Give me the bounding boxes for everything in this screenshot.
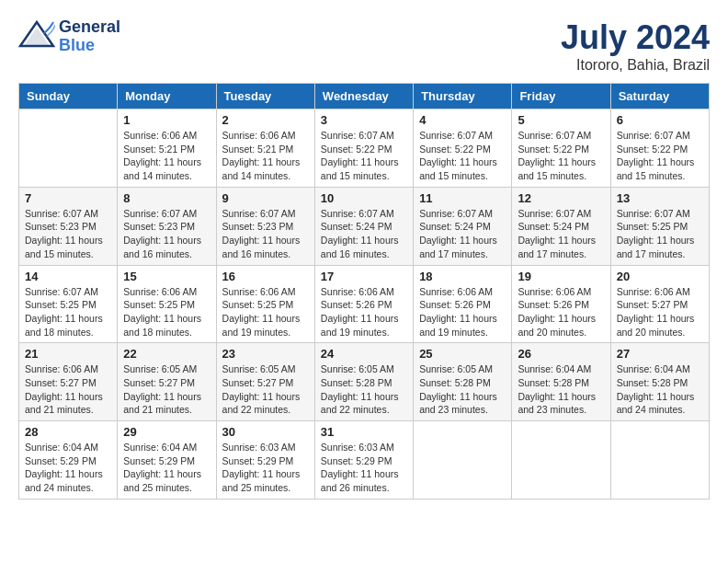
logo-icon bbox=[18, 20, 55, 52]
daylight-text: Daylight: 11 hours and 25 minutes. bbox=[222, 468, 301, 493]
sunrise-text: Sunrise: 6:07 AM bbox=[25, 208, 98, 219]
calendar-cell: 10Sunrise: 6:07 AMSunset: 5:24 PMDayligh… bbox=[314, 187, 413, 265]
calendar-week-5: 28Sunrise: 6:04 AMSunset: 5:29 PMDayligh… bbox=[19, 421, 710, 500]
calendar-cell: 7Sunrise: 6:07 AMSunset: 5:23 PMDaylight… bbox=[19, 187, 118, 265]
sunset-text: Sunset: 5:23 PM bbox=[222, 221, 294, 232]
day-number: 12 bbox=[518, 191, 604, 205]
daylight-text: Daylight: 11 hours and 19 minutes. bbox=[321, 313, 399, 338]
calendar-cell: 26Sunrise: 6:04 AMSunset: 5:28 PMDayligh… bbox=[512, 343, 610, 421]
sunrise-text: Sunrise: 6:07 AM bbox=[617, 130, 690, 141]
daylight-text: Daylight: 11 hours and 16 minutes. bbox=[222, 235, 301, 259]
day-number: 5 bbox=[518, 113, 604, 127]
calendar-cell: 21Sunrise: 6:06 AMSunset: 5:27 PMDayligh… bbox=[19, 343, 118, 421]
sunrise-text: Sunrise: 6:07 AM bbox=[321, 130, 394, 141]
sunset-text: Sunset: 5:26 PM bbox=[419, 299, 491, 310]
sunrise-text: Sunrise: 6:07 AM bbox=[518, 208, 591, 219]
day-info: Sunrise: 6:07 AMSunset: 5:23 PMDaylight:… bbox=[222, 207, 309, 261]
calendar-week-1: 1Sunrise: 6:06 AMSunset: 5:21 PMDaylight… bbox=[19, 109, 710, 188]
day-number: 14 bbox=[25, 270, 111, 283]
calendar-week-3: 14Sunrise: 6:07 AMSunset: 5:25 PMDayligh… bbox=[19, 265, 710, 343]
logo: General Blue bbox=[18, 18, 120, 55]
calendar-cell: 12Sunrise: 6:07 AMSunset: 5:24 PMDayligh… bbox=[512, 187, 610, 265]
day-info: Sunrise: 6:03 AMSunset: 5:29 PMDaylight:… bbox=[321, 441, 407, 495]
day-info: Sunrise: 6:06 AMSunset: 5:25 PMDaylight:… bbox=[222, 285, 309, 339]
calendar-cell: 31Sunrise: 6:03 AMSunset: 5:29 PMDayligh… bbox=[314, 421, 413, 500]
day-number: 13 bbox=[617, 191, 703, 205]
sunrise-text: Sunrise: 6:07 AM bbox=[419, 130, 493, 141]
sunrise-text: Sunrise: 6:03 AM bbox=[321, 442, 394, 453]
day-info: Sunrise: 6:05 AMSunset: 5:28 PMDaylight:… bbox=[321, 362, 407, 417]
daylight-text: Daylight: 11 hours and 21 minutes. bbox=[123, 391, 201, 416]
sunrise-text: Sunrise: 6:07 AM bbox=[321, 208, 394, 219]
day-info: Sunrise: 6:07 AMSunset: 5:22 PMDaylight:… bbox=[321, 129, 407, 183]
daylight-text: Daylight: 11 hours and 15 minutes. bbox=[617, 156, 695, 181]
calendar-cell: 13Sunrise: 6:07 AMSunset: 5:25 PMDayligh… bbox=[610, 187, 709, 265]
daylight-text: Daylight: 11 hours and 23 minutes. bbox=[518, 391, 596, 416]
sunset-text: Sunset: 5:23 PM bbox=[25, 221, 97, 232]
daylight-text: Daylight: 11 hours and 15 minutes. bbox=[25, 235, 103, 259]
day-number: 8 bbox=[123, 191, 210, 205]
calendar-cell: 11Sunrise: 6:07 AMSunset: 5:24 PMDayligh… bbox=[414, 187, 512, 265]
day-info: Sunrise: 6:07 AMSunset: 5:24 PMDaylight:… bbox=[321, 207, 407, 261]
daylight-text: Daylight: 11 hours and 24 minutes. bbox=[617, 391, 695, 416]
col-saturday: Saturday bbox=[610, 84, 709, 109]
sunset-text: Sunset: 5:27 PM bbox=[617, 299, 688, 310]
day-info: Sunrise: 6:04 AMSunset: 5:29 PMDaylight:… bbox=[25, 441, 111, 495]
calendar-cell bbox=[512, 421, 610, 500]
daylight-text: Daylight: 11 hours and 15 minutes. bbox=[321, 156, 399, 181]
daylight-text: Daylight: 11 hours and 16 minutes. bbox=[321, 235, 399, 259]
sunrise-text: Sunrise: 6:07 AM bbox=[419, 208, 493, 219]
logo-blue: Blue bbox=[59, 37, 120, 55]
calendar-cell bbox=[19, 109, 118, 188]
day-info: Sunrise: 6:07 AMSunset: 5:24 PMDaylight:… bbox=[518, 207, 604, 261]
calendar-cell: 23Sunrise: 6:05 AMSunset: 5:27 PMDayligh… bbox=[216, 343, 314, 421]
day-info: Sunrise: 6:07 AMSunset: 5:22 PMDaylight:… bbox=[419, 129, 506, 183]
day-info: Sunrise: 6:06 AMSunset: 5:21 PMDaylight:… bbox=[123, 129, 210, 183]
calendar-cell: 20Sunrise: 6:06 AMSunset: 5:27 PMDayligh… bbox=[610, 265, 709, 343]
day-number: 31 bbox=[321, 425, 407, 439]
daylight-text: Daylight: 11 hours and 22 minutes. bbox=[222, 391, 301, 416]
daylight-text: Daylight: 11 hours and 15 minutes. bbox=[419, 156, 497, 181]
sunset-text: Sunset: 5:24 PM bbox=[518, 221, 589, 232]
calendar-cell: 19Sunrise: 6:06 AMSunset: 5:26 PMDayligh… bbox=[512, 265, 610, 343]
sunrise-text: Sunrise: 6:05 AM bbox=[222, 363, 296, 374]
calendar-body: 1Sunrise: 6:06 AMSunset: 5:21 PMDaylight… bbox=[19, 109, 710, 500]
daylight-text: Daylight: 11 hours and 17 minutes. bbox=[617, 235, 695, 259]
day-info: Sunrise: 6:07 AMSunset: 5:23 PMDaylight:… bbox=[25, 207, 111, 261]
day-number: 11 bbox=[419, 191, 506, 205]
day-number: 4 bbox=[419, 113, 506, 127]
day-info: Sunrise: 6:06 AMSunset: 5:21 PMDaylight:… bbox=[222, 129, 309, 183]
daylight-text: Daylight: 11 hours and 16 minutes. bbox=[123, 235, 201, 259]
daylight-text: Daylight: 11 hours and 22 minutes. bbox=[321, 391, 399, 416]
day-info: Sunrise: 6:06 AMSunset: 5:27 PMDaylight:… bbox=[617, 285, 703, 339]
day-number: 1 bbox=[123, 113, 210, 127]
sunrise-text: Sunrise: 6:07 AM bbox=[123, 208, 197, 219]
sunset-text: Sunset: 5:21 PM bbox=[123, 144, 195, 155]
col-wednesday: Wednesday bbox=[314, 84, 413, 109]
calendar-week-4: 21Sunrise: 6:06 AMSunset: 5:27 PMDayligh… bbox=[19, 343, 710, 421]
daylight-text: Daylight: 11 hours and 18 minutes. bbox=[123, 313, 201, 338]
sunset-text: Sunset: 5:23 PM bbox=[123, 221, 195, 232]
calendar-cell: 3Sunrise: 6:07 AMSunset: 5:22 PMDaylight… bbox=[314, 109, 413, 188]
calendar-table: Sunday Monday Tuesday Wednesday Thursday… bbox=[18, 83, 710, 500]
daylight-text: Daylight: 11 hours and 17 minutes. bbox=[419, 235, 497, 259]
calendar-cell: 18Sunrise: 6:06 AMSunset: 5:26 PMDayligh… bbox=[414, 265, 512, 343]
calendar-cell: 16Sunrise: 6:06 AMSunset: 5:25 PMDayligh… bbox=[216, 265, 314, 343]
sunset-text: Sunset: 5:21 PM bbox=[222, 144, 294, 155]
col-friday: Friday bbox=[512, 84, 610, 109]
sunrise-text: Sunrise: 6:06 AM bbox=[123, 130, 197, 141]
daylight-text: Daylight: 11 hours and 14 minutes. bbox=[123, 156, 201, 181]
sunrise-text: Sunrise: 6:06 AM bbox=[222, 130, 296, 141]
calendar-cell: 4Sunrise: 6:07 AMSunset: 5:22 PMDaylight… bbox=[414, 109, 512, 188]
sunset-text: Sunset: 5:29 PM bbox=[25, 455, 97, 466]
day-number: 6 bbox=[617, 113, 703, 127]
sunrise-text: Sunrise: 6:04 AM bbox=[617, 363, 690, 374]
calendar-header: Sunday Monday Tuesday Wednesday Thursday… bbox=[19, 84, 710, 109]
sunset-text: Sunset: 5:25 PM bbox=[222, 299, 294, 310]
sunset-text: Sunset: 5:27 PM bbox=[123, 377, 195, 388]
day-number: 22 bbox=[123, 347, 210, 361]
day-info: Sunrise: 6:04 AMSunset: 5:28 PMDaylight:… bbox=[617, 362, 703, 417]
day-number: 24 bbox=[321, 347, 407, 361]
page-subtitle: Itororo, Bahia, Brazil bbox=[561, 57, 710, 74]
day-number: 2 bbox=[222, 113, 309, 127]
